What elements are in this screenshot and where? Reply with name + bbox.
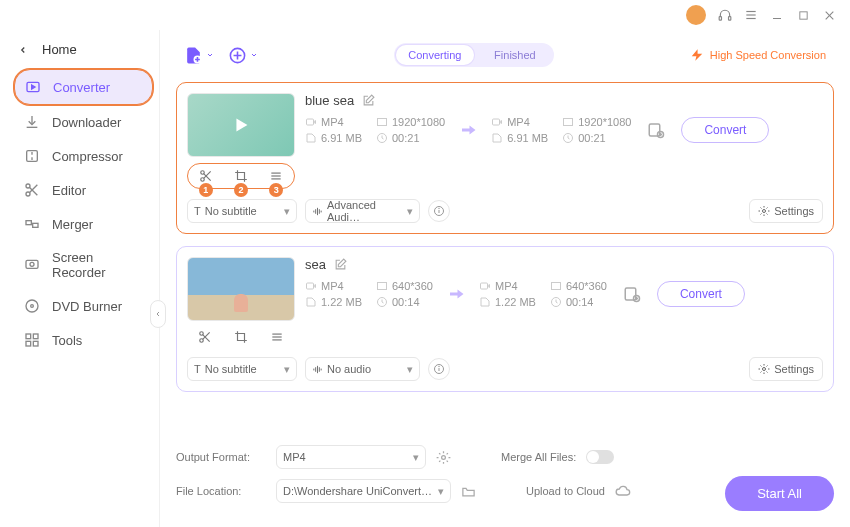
thumbnail[interactable] (187, 93, 295, 157)
file-name: blue sea (305, 93, 354, 108)
disc-icon (24, 298, 40, 314)
svg-rect-37 (307, 119, 314, 125)
video-icon (479, 280, 491, 292)
sidebar-item-merger[interactable]: Merger (14, 207, 153, 241)
settings-button[interactable]: Settings (749, 357, 823, 381)
sidebar-item-screen-recorder[interactable]: Screen Recorder (14, 241, 153, 289)
close-icon[interactable] (822, 8, 836, 22)
sidebar-item-label: Screen Recorder (52, 250, 143, 280)
settings-button[interactable]: Settings (749, 199, 823, 223)
resolution-icon (550, 280, 562, 292)
svg-marker-29 (236, 119, 247, 132)
subtitle-select[interactable]: TNo subtitle▾ (187, 199, 297, 223)
size-icon (491, 132, 503, 144)
tab-converting[interactable]: Converting (396, 45, 474, 65)
cloud-icon[interactable] (615, 483, 631, 499)
svg-rect-24 (26, 341, 31, 346)
output-format-select[interactable]: MP4▾ (276, 445, 426, 469)
svg-rect-22 (26, 334, 31, 339)
file-name: sea (305, 257, 326, 272)
audio-select[interactable]: Advanced Audi…▾ (305, 199, 420, 223)
svg-marker-28 (692, 49, 703, 61)
svg-point-21 (31, 305, 34, 308)
video-icon (305, 280, 317, 292)
more-button[interactable]: 3 (264, 166, 288, 186)
recorder-icon (24, 257, 40, 273)
headset-icon[interactable] (718, 8, 732, 22)
gear-icon (758, 363, 770, 375)
svg-rect-69 (480, 283, 487, 289)
resolution-icon (376, 280, 388, 292)
audio-select[interactable]: No audio▾ (305, 357, 420, 381)
start-all-button[interactable]: Start All (725, 476, 834, 511)
home-button[interactable]: Home (14, 36, 153, 69)
edit-name-icon[interactable] (362, 94, 375, 107)
chevron-down-icon: ▾ (413, 451, 419, 464)
output-settings-icon[interactable] (436, 450, 451, 465)
annotation-badge: 1 (199, 183, 213, 197)
output-settings-icon[interactable] (641, 121, 671, 139)
sidebar-item-converter[interactable]: Converter (14, 69, 153, 105)
chevron-down-icon: ▾ (407, 363, 413, 376)
grid-icon (24, 332, 40, 348)
thumbnail[interactable] (187, 257, 295, 321)
menu-icon[interactable] (744, 8, 758, 22)
compress-icon (24, 148, 40, 164)
svg-rect-64 (307, 283, 314, 289)
sidebar-item-editor[interactable]: Editor (14, 173, 153, 207)
crop-button[interactable] (229, 327, 253, 347)
thumb-actions: 1 2 3 (187, 163, 295, 189)
output-settings-icon[interactable] (617, 285, 647, 303)
sidebar-item-compressor[interactable]: Compressor (14, 139, 153, 173)
crop-button[interactable]: 2 (229, 166, 253, 186)
sidebar-item-label: Compressor (52, 149, 123, 164)
collapse-handle[interactable] (150, 300, 166, 328)
toolbar: Converting Finished High Speed Conversio… (176, 38, 834, 72)
convert-button[interactable]: Convert (681, 117, 769, 143)
minimize-icon[interactable] (770, 8, 784, 22)
edit-name-icon[interactable] (334, 258, 347, 271)
subtitle-select[interactable]: TNo subtitle▾ (187, 357, 297, 381)
svg-rect-1 (729, 16, 731, 20)
sidebar-item-downloader[interactable]: Downloader (14, 105, 153, 139)
sidebar-item-label: Converter (53, 80, 110, 95)
trim-button[interactable]: 1 (194, 166, 218, 186)
more-button[interactable] (265, 327, 289, 347)
upload-cloud-label: Upload to Cloud (526, 485, 605, 497)
high-speed-toggle[interactable]: High Speed Conversion (690, 48, 826, 62)
scissors-icon (24, 182, 40, 198)
audio-icon (312, 364, 323, 375)
chevron-down-icon: ▾ (284, 363, 290, 376)
svg-rect-42 (493, 119, 500, 125)
svg-rect-39 (377, 119, 386, 126)
sidebar-item-label: Merger (52, 217, 93, 232)
sidebar-item-tools[interactable]: Tools (14, 323, 153, 357)
trim-button[interactable] (193, 327, 217, 347)
avatar[interactable] (686, 5, 706, 25)
svg-point-56 (763, 210, 766, 213)
text-icon: T (194, 363, 201, 375)
add-file-button[interactable] (184, 46, 214, 65)
chevron-left-icon (18, 45, 28, 55)
chevron-down-icon: ▾ (407, 205, 413, 218)
merge-toggle[interactable] (586, 450, 614, 464)
maximize-icon[interactable] (796, 8, 810, 22)
audio-icon (312, 206, 323, 217)
video-icon (491, 116, 503, 128)
text-icon: T (194, 205, 201, 217)
sidebar-item-dvd-burner[interactable]: DVD Burner (14, 289, 153, 323)
tab-finished[interactable]: Finished (476, 43, 554, 67)
clock-icon (550, 296, 562, 308)
arrow-icon (455, 121, 481, 139)
info-button[interactable] (428, 200, 450, 222)
sidebar: Home Converter Downloader Compressor Edi… (0, 30, 160, 527)
info-button[interactable] (428, 358, 450, 380)
open-folder-icon[interactable] (461, 484, 476, 499)
sidebar-item-label: Downloader (52, 115, 121, 130)
add-folder-button[interactable] (228, 46, 258, 65)
svg-point-55 (439, 208, 440, 209)
file-location-select[interactable]: D:\Wondershare UniConverter 1▾ (276, 479, 451, 503)
size-icon (479, 296, 491, 308)
convert-button[interactable]: Convert (657, 281, 745, 307)
media-card: sea MP4 640*360 1.22 MB 00:14 (176, 246, 834, 392)
